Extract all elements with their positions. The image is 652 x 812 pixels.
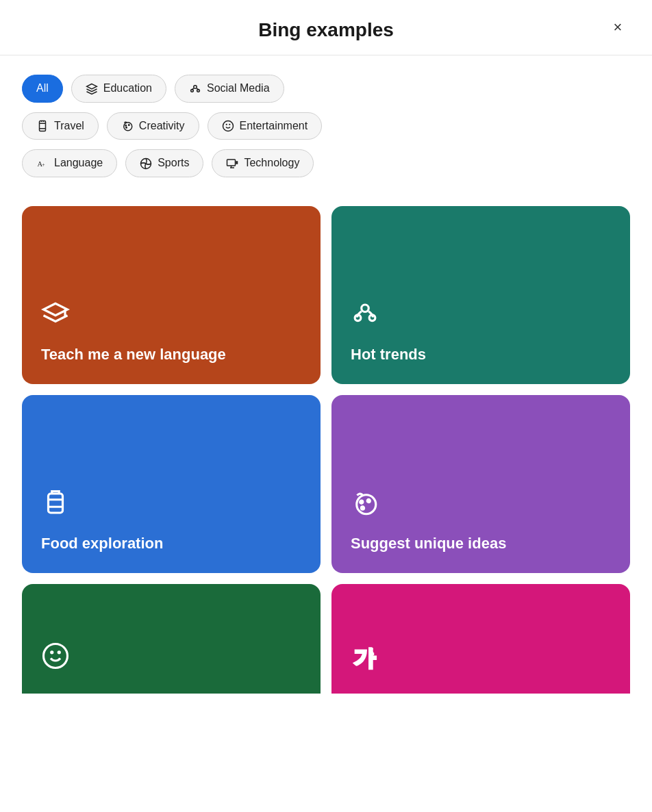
travel-icon [36,120,49,133]
card-icon-luggage [41,489,301,522]
filter-label-technology: Technology [244,157,299,169]
svg-point-6 [128,125,129,126]
card-label-hot-trends: Hot trends [351,345,611,365]
close-button[interactable]: × [605,15,630,40]
svg-point-22 [367,499,370,502]
filter-label-creativity: Creativity [139,120,185,132]
card-icon-language-text: 가 ↑ [351,642,611,674]
card-icon-social [351,300,611,333]
filter-label-travel: Travel [54,120,84,132]
svg-rect-19 [49,494,63,513]
card-suggest-ideas[interactable]: Suggest unique ideas [331,395,630,573]
filter-label-social-media: Social Media [207,82,270,94]
filter-chip-language[interactable]: A + Language [22,149,117,177]
filter-chip-sports[interactable]: Sports [125,149,203,177]
filter-label-all: All [36,82,49,94]
language-icon: A + [36,157,49,170]
card-label-teach-language: Teach me a new language [41,345,301,365]
filter-label-language: Language [54,157,103,169]
svg-text:+: + [42,161,45,167]
svg-point-21 [360,500,363,503]
card-partial-green[interactable] [22,584,321,694]
filter-chip-technology[interactable]: Technology [212,149,314,177]
entertainment-icon [222,120,234,133]
social-media-icon [189,82,201,95]
filter-chip-creativity[interactable]: Creativity [107,112,199,140]
modal-title: Bing examples [258,19,394,41]
filter-label-sports: Sports [158,157,189,169]
filter-row-2: Travel Creativity [22,112,630,140]
svg-point-23 [361,507,364,509]
svg-point-16 [362,305,369,312]
filter-chip-social-media[interactable]: Social Media [175,75,284,103]
svg-rect-15 [236,162,238,164]
modal-header: Bing examples × [0,0,652,55]
card-teach-language[interactable]: Teach me a new language [22,206,321,384]
svg-text:↑: ↑ [368,647,375,661]
technology-icon [226,157,238,170]
cards-grid: Teach me a new language Hot trends [0,201,652,715]
card-icon-palette [351,489,611,522]
creativity-icon [121,120,134,133]
education-icon [86,82,98,95]
filter-row-3: A + Language Sports [22,149,630,177]
card-icon-smiley [41,642,301,674]
card-label-food-exploration: Food exploration [41,534,301,554]
card-icon-graduation [41,300,301,333]
card-label-suggest-ideas: Suggest unique ideas [351,534,611,554]
svg-point-7 [126,127,127,129]
filter-chip-entertainment[interactable]: Entertainment [208,112,323,140]
filter-label-entertainment: Entertainment [240,120,308,132]
svg-point-20 [357,495,376,514]
filter-chip-travel[interactable]: Travel [22,112,99,140]
svg-point-5 [125,125,127,127]
svg-rect-14 [227,160,236,166]
card-partial-pink[interactable]: 가 ↑ [331,584,630,694]
filter-chip-all[interactable]: All [22,75,63,103]
svg-point-8 [223,121,233,131]
filter-section: All Education [0,55,652,201]
svg-point-0 [194,85,197,88]
svg-point-24 [44,644,68,668]
card-food-exploration[interactable]: Food exploration [22,395,321,573]
filter-row-1: All Education [22,75,630,103]
filter-label-education: Education [103,82,152,94]
svg-point-4 [124,123,132,131]
bing-examples-modal: Bing examples × All Education [0,0,652,715]
svg-rect-3 [40,121,46,131]
card-hot-trends[interactable]: Hot trends [331,206,630,384]
filter-chip-education[interactable]: Education [71,75,166,103]
sports-icon [140,157,152,170]
